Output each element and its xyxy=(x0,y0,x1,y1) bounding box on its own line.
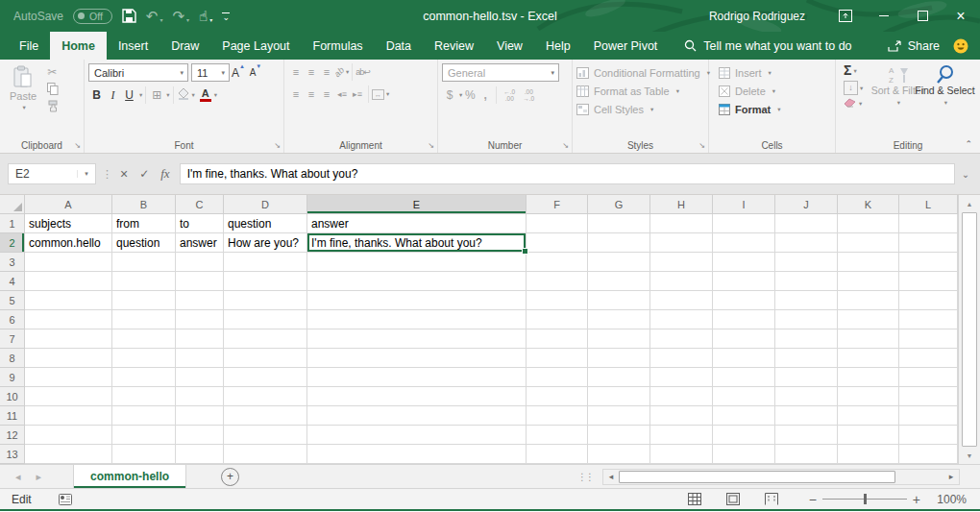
vertical-scrollbar[interactable]: ▲ ▼ xyxy=(958,195,980,464)
cell-B4[interactable] xyxy=(112,272,176,291)
cell-L1[interactable] xyxy=(899,214,958,233)
clear-button[interactable]: ▾ xyxy=(844,98,872,109)
column-header-D[interactable]: D xyxy=(224,195,307,214)
cell-E8[interactable] xyxy=(307,349,527,368)
cell-H10[interactable] xyxy=(650,387,713,406)
cell-A11[interactable] xyxy=(25,406,112,426)
insert-button[interactable]: Insert ▾ xyxy=(719,63,831,82)
tab-formulas[interactable]: Formulas xyxy=(302,32,375,60)
cell-H1[interactable] xyxy=(650,214,713,233)
delete-button[interactable]: Delete ▾ xyxy=(719,82,831,100)
cell-L13[interactable] xyxy=(899,445,958,464)
tab-file[interactable]: File xyxy=(8,32,50,60)
cell-A2[interactable]: common.hello xyxy=(25,233,112,253)
cell-I11[interactable] xyxy=(713,406,775,426)
cell-A12[interactable] xyxy=(25,426,112,445)
tab-page-layout[interactable]: Page Layout xyxy=(210,32,301,60)
cell-G11[interactable] xyxy=(588,406,650,426)
cell-D8[interactable] xyxy=(224,349,307,368)
wrap-text-icon[interactable]: ab↩ xyxy=(355,67,370,77)
name-box[interactable]: E2 ▾ xyxy=(8,163,96,184)
column-header-L[interactable]: L xyxy=(899,195,958,214)
ribbon-display-options-icon[interactable] xyxy=(826,0,865,32)
cell-D6[interactable] xyxy=(224,310,307,329)
cell-J12[interactable] xyxy=(775,426,838,445)
cell-J13[interactable] xyxy=(775,445,838,464)
cell-J7[interactable] xyxy=(775,329,838,349)
cell-C11[interactable] xyxy=(176,406,224,426)
cell-E5[interactable] xyxy=(307,291,527,310)
cell-K8[interactable] xyxy=(838,349,899,368)
tab-view[interactable]: View xyxy=(485,32,534,60)
cell-I4[interactable] xyxy=(713,272,775,291)
italic-button[interactable]: I xyxy=(105,88,121,103)
comma-icon[interactable]: , xyxy=(478,88,493,102)
minimize-button[interactable] xyxy=(865,0,903,32)
bold-button[interactable]: B xyxy=(88,88,105,102)
tab-power-pivot[interactable]: Power Pivot xyxy=(582,32,670,60)
row-header-3[interactable]: 3 xyxy=(0,253,25,272)
cell-J5[interactable] xyxy=(775,291,838,310)
cell-A6[interactable] xyxy=(25,310,112,329)
enter-icon[interactable]: ✓ xyxy=(139,167,149,181)
tab-draw[interactable]: Draw xyxy=(159,32,210,60)
feedback-smiley-icon[interactable] xyxy=(953,32,968,60)
cell-B1[interactable]: from xyxy=(112,214,176,233)
cell-B10[interactable] xyxy=(112,387,176,406)
font-family-select[interactable]: Calibri ▾ xyxy=(88,63,188,82)
cell-I2[interactable] xyxy=(713,233,775,253)
cell-F1[interactable] xyxy=(527,214,588,233)
format-button[interactable]: Format ▾ xyxy=(719,100,831,118)
row-header-10[interactable]: 10 xyxy=(0,387,25,406)
dialog-launcher-icon[interactable]: ↘ xyxy=(74,142,81,150)
fill-button[interactable]: ↓ ▾ xyxy=(844,81,872,95)
cell-L11[interactable] xyxy=(899,406,958,426)
cell-K5[interactable] xyxy=(838,291,899,310)
cell-L5[interactable] xyxy=(899,291,958,310)
cell-C2[interactable]: answer xyxy=(176,233,224,253)
cell-B13[interactable] xyxy=(112,445,176,464)
cell-F8[interactable] xyxy=(527,349,588,368)
cell-C1[interactable]: to xyxy=(176,214,224,233)
row-header-11[interactable]: 11 xyxy=(0,406,25,426)
cell-E1[interactable]: answer xyxy=(307,214,527,233)
cell-G6[interactable] xyxy=(588,310,650,329)
cell-G3[interactable] xyxy=(588,253,650,272)
macro-record-icon[interactable] xyxy=(59,494,72,505)
cell-C8[interactable] xyxy=(176,349,224,368)
cancel-icon[interactable]: × xyxy=(120,166,128,182)
cell-C7[interactable] xyxy=(176,329,224,349)
dialog-launcher-icon[interactable]: ↘ xyxy=(698,142,705,150)
save-icon[interactable] xyxy=(122,9,136,23)
cell-L3[interactable] xyxy=(899,253,958,272)
find-select-button[interactable]: Find & Select ▾ xyxy=(923,63,967,109)
cell-styles-button[interactable]: Cell Styles ▾ xyxy=(576,100,704,118)
cell-C13[interactable] xyxy=(176,445,224,464)
cut-icon[interactable]: ✂ xyxy=(47,66,60,78)
cell-H12[interactable] xyxy=(650,426,713,445)
column-header-K[interactable]: K xyxy=(838,195,899,214)
cell-H4[interactable] xyxy=(650,272,713,291)
scroll-up-icon[interactable]: ▲ xyxy=(959,195,980,212)
column-header-A[interactable]: A xyxy=(25,195,112,214)
cell-G7[interactable] xyxy=(588,329,650,349)
underline-button[interactable]: U xyxy=(121,88,137,102)
insert-function-icon[interactable]: fx xyxy=(160,166,169,182)
user-name[interactable]: Rodrigo Rodriguez xyxy=(709,10,805,23)
cell-D10[interactable] xyxy=(224,387,307,406)
percent-icon[interactable]: % xyxy=(462,88,478,102)
cell-E11[interactable] xyxy=(307,406,527,426)
cell-D3[interactable] xyxy=(224,253,307,272)
cell-K10[interactable] xyxy=(838,387,899,406)
cell-L10[interactable] xyxy=(899,387,958,406)
touch-mode-icon[interactable]: ☝▾ xyxy=(199,9,212,23)
format-as-table-button[interactable]: Format as Table ▾ xyxy=(576,82,704,100)
cell-K11[interactable] xyxy=(838,406,899,426)
cell-K2[interactable] xyxy=(838,233,899,253)
font-color-icon[interactable]: A xyxy=(199,88,212,102)
scroll-down-icon[interactable]: ▼ xyxy=(959,447,980,464)
row-header-4[interactable]: 4 xyxy=(0,272,25,291)
row-header-7[interactable]: 7 xyxy=(0,329,25,349)
cell-B7[interactable] xyxy=(112,329,176,349)
conditional-formatting-button[interactable]: Conditional Formatting ▾ xyxy=(576,63,704,82)
